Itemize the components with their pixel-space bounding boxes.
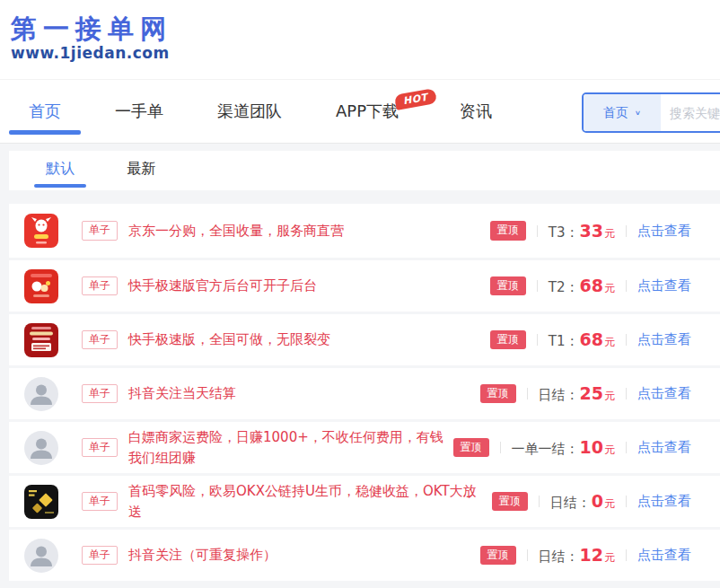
order-meta: 置顶 日结： 25 元 点击查看 — [480, 383, 691, 404]
order-title[interactable]: 快手极速版官方后台可开子后台 — [128, 276, 490, 296]
tab-latest[interactable]: 最新 — [115, 160, 167, 190]
order-type-tag: 单子 — [82, 492, 118, 512]
list-item[interactable]: 单子 首码零风险，欧易OKX公链持U生币，稳健收益，OKT大放送 置顶 日结： … — [9, 473, 720, 527]
nav-item-home[interactable]: 首页 — [9, 80, 81, 143]
price-unit: 元 — [604, 496, 615, 512]
price-unit: 元 — [604, 226, 615, 241]
order-meta: 置顶 T2： 68 元 点击查看 — [490, 276, 691, 296]
nav-item-app-download[interactable]: APP下载 HOT — [316, 80, 426, 143]
divider — [537, 225, 538, 237]
price-label: T3： — [549, 224, 579, 241]
price: 一单一结： 10 元 — [512, 437, 615, 458]
avatar-placeholder-icon — [24, 377, 58, 411]
price-value: 12 — [580, 545, 603, 565]
order-type-tag: 单子 — [82, 276, 118, 296]
nav-item-channel-teams[interactable]: 渠道团队 — [198, 80, 302, 143]
nav-item-news[interactable]: 资讯 — [440, 80, 512, 143]
price: T3： 33 元 — [549, 221, 615, 241]
search-category-dropdown[interactable]: 首页 ∨ — [584, 94, 661, 131]
divider — [626, 442, 627, 453]
site-header: 第一接单网 www.1jiedan.com — [0, 0, 720, 79]
list-item[interactable]: 单子 快手极速版官方后台可开子后台 置顶 T2： 68 元 点击查看 — [9, 258, 720, 312]
main-nav: 首页 一手单 渠道团队 APP下载 HOT 资讯 首页 ∨ — [0, 79, 720, 144]
logo-domain: www.1jiedan.com — [11, 44, 720, 62]
order-type-tag: 单子 — [82, 438, 118, 458]
divider — [537, 280, 538, 292]
divider — [626, 225, 627, 237]
avatar-placeholder-icon — [24, 539, 58, 573]
search-box: 首页 ∨ — [582, 92, 720, 133]
price: T2： 68 元 — [549, 276, 615, 296]
order-meta: 置顶 日结： 12 元 点击查看 — [480, 545, 691, 566]
order-title[interactable]: 首码零风险，欧易OKX公链持U生币，稳健收益，OKT大放送 — [128, 481, 492, 522]
nav-item-label: APP下载 — [336, 101, 399, 122]
view-link[interactable]: 点击查看 — [637, 547, 691, 564]
price-value: 68 — [580, 276, 603, 295]
chevron-down-icon: ∨ — [635, 109, 641, 116]
divider — [500, 442, 501, 453]
order-title[interactable]: 抖音关注当天结算 — [128, 383, 480, 404]
price-unit: 元 — [604, 389, 615, 404]
order-type-tag: 单子 — [82, 221, 118, 241]
pinned-badge: 置顶 — [490, 221, 526, 241]
price-label: 日结： — [550, 495, 591, 512]
price-unit: 元 — [604, 335, 615, 350]
order-title[interactable]: 抖音关注（可重复操作） — [128, 545, 480, 566]
list-item[interactable]: 单子 白嫖商家运费险，日赚1000+，不收任何费用，有钱我们组团赚 置顶 一单一… — [9, 419, 720, 473]
hot-badge: HOT — [394, 88, 437, 110]
order-type-tag: 单子 — [82, 546, 118, 566]
order-meta: 置顶 一单一结： 10 元 点击查看 — [453, 437, 691, 458]
jd-app-icon — [24, 214, 58, 248]
divider — [527, 549, 528, 561]
kuaishou-poster-icon — [24, 323, 58, 357]
order-meta: 置顶 T1： 68 元 点击查看 — [490, 329, 691, 350]
price-label: 日结： — [539, 549, 579, 566]
order-title[interactable]: 京东一分购，全国收量，服务商直营 — [128, 221, 490, 241]
list-item[interactable]: 单子 快手极速版，全国可做，无限裂变 置顶 T1： 68 元 点击查看 — [9, 312, 720, 365]
price-value: 33 — [580, 221, 603, 241]
divider — [626, 388, 627, 399]
price: T1： 68 元 — [549, 329, 615, 350]
pinned-badge: 置顶 — [480, 384, 516, 404]
divider — [626, 496, 627, 507]
search-input[interactable] — [661, 94, 720, 131]
order-title[interactable]: 白嫖商家运费险，日赚1000+，不收任何费用，有钱我们组团赚 — [128, 427, 453, 468]
view-link[interactable]: 点击查看 — [637, 331, 691, 348]
view-link[interactable]: 点击查看 — [637, 385, 691, 402]
pinned-badge: 置顶 — [490, 330, 526, 350]
avatar-placeholder-icon — [24, 431, 58, 465]
order-type-tag: 单子 — [82, 384, 118, 404]
main-content: 默认 最新 单子 京东一分购，全国收量，服务商直营 置顶 T3： 33 元 点击… — [0, 151, 720, 581]
divider — [527, 388, 528, 399]
divider — [537, 334, 538, 346]
list-item[interactable]: 单子 京东一分购，全国收量，服务商直营 置顶 T3： 33 元 点击查看 — [9, 204, 720, 258]
price-unit: 元 — [604, 550, 615, 566]
view-link[interactable]: 点击查看 — [637, 223, 691, 240]
nav-item-first-hand-orders[interactable]: 一手单 — [95, 80, 183, 143]
order-meta: 置顶 T3： 33 元 点击查看 — [490, 221, 691, 241]
price-label: T1： — [549, 333, 579, 350]
order-title[interactable]: 快手极速版，全国可做，无限裂变 — [128, 329, 490, 350]
price-value: 0 — [592, 491, 603, 511]
price-unit: 元 — [604, 281, 615, 296]
view-link[interactable]: 点击查看 — [637, 493, 691, 510]
view-link[interactable]: 点击查看 — [637, 277, 691, 294]
order-meta: 置顶 日结： 0 元 点击查看 — [492, 491, 691, 512]
view-link[interactable]: 点击查看 — [637, 439, 691, 456]
list-item[interactable]: 单子 抖音关注（可重复操作） 置顶 日结： 12 元 点击查看 — [9, 527, 720, 581]
pinned-badge: 置顶 — [480, 546, 516, 566]
pinned-badge: 置顶 — [453, 438, 489, 458]
nav-items: 首页 一手单 渠道团队 APP下载 HOT 资讯 — [0, 80, 512, 143]
pinned-badge: 置顶 — [490, 276, 526, 296]
divider — [539, 496, 540, 507]
sort-tabs: 默认 最新 — [9, 151, 720, 190]
price: 日结： 12 元 — [539, 545, 615, 566]
page: { "brand": { "logo_text": "第一接单网", "doma… — [0, 0, 720, 588]
price-value: 10 — [580, 437, 603, 457]
tab-default[interactable]: 默认 — [34, 160, 86, 190]
price-label: 日结： — [539, 387, 579, 404]
list-item[interactable]: 单子 抖音关注当天结算 置顶 日结： 25 元 点击查看 — [9, 365, 720, 419]
price-label: 一单一结： — [512, 441, 579, 458]
site-logo[interactable]: 第一接单网 www.1jiedan.com — [11, 14, 720, 62]
price: 日结： 25 元 — [539, 383, 615, 404]
